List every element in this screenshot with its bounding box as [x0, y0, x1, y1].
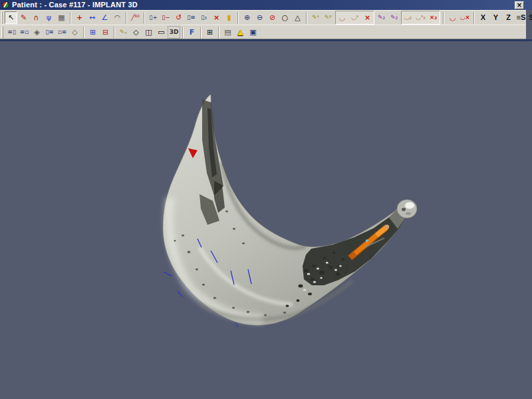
mandible-scene	[0, 41, 532, 399]
draw-curve-tool[interactable]: ✎	[17, 11, 30, 24]
jaw-delete-button[interactable]: ◡×	[459, 11, 471, 24]
slice-pano-button[interactable]: ✎ᵖ	[322, 11, 334, 24]
section-button[interactable]: ◡	[336, 11, 348, 24]
secondary-toolbar: ≡▯ ≡▫ ◈ ▯≡ ▫≡ ◇ ⊞ ⊟ ✎ₓ ◇ ◫ ▭ 3D F ⊞ ▤ ▲ …	[0, 25, 526, 39]
section-delete-button[interactable]: ×	[361, 11, 374, 24]
slice-sl2-button[interactable]: ✎₂	[375, 11, 388, 24]
view-3d-button[interactable]: 3D	[168, 26, 180, 39]
ellipse-tool[interactable]: ○	[279, 11, 291, 24]
slice-slo-button[interactable]: ✎ˢ	[309, 11, 322, 24]
toolbar-separator	[114, 27, 115, 39]
section2-delete-button[interactable]: ×₂	[427, 11, 440, 24]
toolbar-separator	[237, 12, 239, 24]
axis-x-button[interactable]: X	[477, 11, 489, 24]
toolbar-separator	[70, 12, 71, 24]
render-viewport-3d[interactable]	[0, 39, 532, 399]
toolbar-separator	[443, 12, 444, 24]
ruler-tool[interactable]: ↔	[86, 11, 98, 24]
crosshair-tool[interactable]: +	[73, 11, 86, 24]
slices-right-button[interactable]: S≡	[527, 11, 532, 24]
diamond-view-button[interactable]: ◇	[130, 26, 142, 39]
title-bar: Patient : - Case #117 - IMPLANT 3D ×	[0, 0, 532, 10]
slice-add-button[interactable]: ⊞	[86, 26, 99, 39]
zoom-out-button[interactable]: ⊖	[253, 11, 266, 24]
arch-tool[interactable]: ∩	[30, 11, 43, 24]
oblique-ruler-tool[interactable]: ╱⁶⁰	[129, 11, 142, 24]
axial-marks-button[interactable]: ◇	[68, 26, 81, 39]
box-3d-tool[interactable]: ▦	[55, 11, 68, 24]
toolbar-separator	[306, 12, 307, 24]
window-layout-button[interactable]: ⊞	[203, 26, 216, 39]
jaw-view-button[interactable]: ◡	[446, 11, 459, 24]
door-view-button[interactable]: ◫	[142, 26, 155, 39]
axis-y-button[interactable]: Y	[489, 11, 502, 24]
implant-remove-button[interactable]: ▯−	[160, 11, 172, 24]
section-group: ◡ ◡ˢ ×	[335, 11, 374, 25]
condyle	[397, 200, 417, 218]
polygon-tool[interactable]: △	[291, 11, 304, 24]
main-toolbar: ↖ ✎ ∩ ψ ▦ + ↔ ∠ ◠ ╱⁶⁰ ▯+ ▯− ↺ ▯≡ ▯₃ × ▮ …	[0, 10, 526, 25]
toolbar-grip[interactable]	[1, 27, 3, 39]
toolbar-separator	[126, 12, 127, 24]
implant-landmark-dot	[366, 239, 368, 242]
dome-tool[interactable]: ◠	[111, 11, 124, 24]
zoom-cancel-button[interactable]: ⊘	[266, 11, 279, 24]
implant-edit-button[interactable]: ▯≡	[185, 11, 198, 24]
mandible-model	[163, 94, 417, 325]
angle-tool[interactable]: ∠	[98, 11, 111, 24]
cross-views-small-button[interactable]: ▫≡	[56, 26, 68, 39]
axis-z-button[interactable]: Z	[502, 11, 515, 24]
close-icon[interactable]: ×	[515, 1, 524, 9]
toolbar-separator	[83, 27, 84, 39]
toolbar-separator	[473, 12, 475, 24]
implant-rotate-button[interactable]: ↺	[172, 11, 185, 24]
toolbar-separator	[200, 27, 201, 39]
select-tool[interactable]: ↖	[5, 11, 17, 24]
cross-views-button[interactable]: ▯≡	[43, 26, 56, 39]
implant-highlight-button[interactable]: ▮	[223, 11, 235, 24]
edit-slice-button[interactable]: ✎ₓ	[117, 26, 130, 39]
axial-dotted-button[interactable]: ◈	[31, 26, 43, 39]
slices-left-button[interactable]: ≡S	[515, 11, 527, 24]
nerve-tool[interactable]: ψ	[43, 11, 55, 24]
toolbar-dock: ↖ ✎ ∩ ψ ▦ + ↔ ∠ ◠ ╱⁶⁰ ▯+ ▯− ↺ ▯≡ ▯₃ × ▮ …	[0, 10, 526, 39]
toolbar-separator	[182, 27, 184, 39]
implant-add-button[interactable]: ▯+	[147, 11, 160, 24]
zoom-in-button[interactable]: ⊕	[241, 11, 253, 24]
flag-button[interactable]: F	[186, 26, 198, 39]
window-title: Patient : - Case #117 - IMPLANT 3D	[12, 0, 138, 10]
pano-views-small-button[interactable]: ≡▫	[18, 26, 31, 39]
slice-remove-button[interactable]: ⊟	[99, 26, 112, 39]
section2-group: ◡₂ ◡ˢ₂ ×₂	[401, 11, 440, 25]
print-button[interactable]: ▤	[221, 26, 234, 39]
toolbar-separator	[144, 12, 145, 24]
implant-number-button[interactable]: ▯₃	[198, 11, 210, 24]
toolbar-grip[interactable]	[1, 12, 3, 24]
section-so-button[interactable]: ◡ˢ	[348, 11, 361, 24]
pano-views-button[interactable]: ≡▯	[5, 26, 18, 39]
toolbar-separator	[218, 27, 219, 39]
slice-pano2-button[interactable]: ✎₂	[388, 11, 400, 24]
implant-delete-button[interactable]: ×	[210, 11, 223, 24]
save-button[interactable]: ▣	[247, 26, 259, 39]
screen-view-button[interactable]: ▭	[155, 26, 168, 39]
app-logo-icon	[2, 1, 9, 9]
section2-so-button[interactable]: ◡ˢ₂	[414, 11, 427, 24]
warning-button[interactable]: ▲	[234, 26, 247, 39]
section2-button[interactable]: ◡₂	[402, 11, 414, 24]
